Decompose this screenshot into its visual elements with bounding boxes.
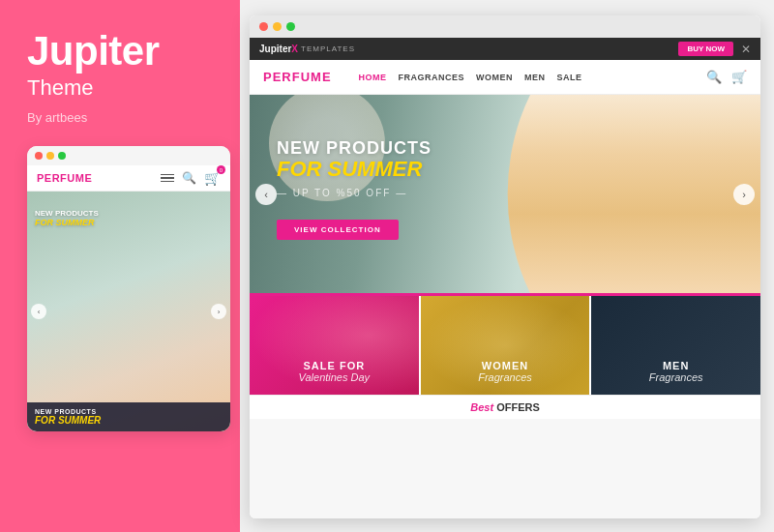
mini-hero-image: NEW PRODUCTS FOR SUMMER ‹ › NEW PRODUCTS… xyxy=(27,192,230,431)
mini-store-logo: PERFUME xyxy=(37,172,92,184)
mini-dot-green xyxy=(58,152,66,160)
mini-preview-card: PERFUME 🔍 🛒 0 NEW PRODUCTS FOR SUMMER ‹ … xyxy=(27,146,230,431)
hero-prev-button[interactable]: ‹ xyxy=(255,184,277,205)
brand-by: By artbees xyxy=(27,110,221,125)
mini-cart-icon: 🛒 0 xyxy=(204,170,221,186)
mini-search-icon: 🔍 xyxy=(182,171,196,185)
close-button[interactable]: ✕ xyxy=(741,43,751,56)
jupiterx-bar: JupiterX TEMPLATES Buy Now ✕ xyxy=(250,38,760,60)
browser-titlebar xyxy=(250,15,760,38)
cat-label-2: WOMEN Fragrances xyxy=(421,348,590,395)
category-row: SALE FOR Valentines Day WOMEN Fragrances xyxy=(250,293,760,395)
brand-title: Jupiter xyxy=(27,29,221,74)
category-sale[interactable]: SALE FOR Valentines Day xyxy=(250,296,421,395)
hero-divider: — UP TO %50 OFF — xyxy=(277,188,432,198)
jupiterx-bar-right: Buy Now ✕ xyxy=(678,42,751,56)
mini-for-summer: FOR SUMMER xyxy=(35,218,99,228)
hero-next-button[interactable]: › xyxy=(733,184,755,205)
hero-section: NEW PRODUCTS FOR SUMMER — UP TO %50 OFF … xyxy=(250,95,760,293)
nav-women[interactable]: WOMEN xyxy=(476,73,513,82)
cart-icon[interactable]: 🛒 xyxy=(731,70,747,84)
hamburger-icon xyxy=(161,174,174,183)
mini-traffic-lights xyxy=(27,146,230,165)
search-icon[interactable]: 🔍 xyxy=(706,70,722,84)
cat-subtitle-men: Fragrances xyxy=(601,371,751,383)
cat-title-sale: SALE FOR xyxy=(259,360,409,371)
store-header-left: PERFUME HOME FRAGRANCES WOMEN MEN SALE xyxy=(263,70,582,84)
mini-hero-text: NEW PRODUCTS FOR SUMMER xyxy=(35,209,99,228)
cat-title-men: MEN xyxy=(601,360,751,371)
mini-dot-red xyxy=(35,152,43,160)
cat-subtitle-women: Fragrances xyxy=(431,371,580,383)
hero-for-summer-text: FOR SUMMER xyxy=(277,159,432,180)
mini-nav-icons: 🔍 🛒 0 xyxy=(161,170,221,186)
nav-men[interactable]: MEN xyxy=(524,73,546,82)
mini-bottom-text: NEW PRODUCTS FOR SUMMER xyxy=(27,402,230,431)
browser-dot-red xyxy=(259,22,268,31)
nav-sale[interactable]: SALE xyxy=(557,73,582,82)
hero-woman-area xyxy=(480,95,760,293)
brand-subtitle: Theme xyxy=(27,75,221,101)
cat-title-women: WOMEN xyxy=(431,360,580,371)
best-offers-section: Best OFFERS xyxy=(250,395,760,419)
mini-prev-button[interactable]: ‹ xyxy=(31,304,46,319)
left-panel: Jupiter Theme By artbees PERFUME 🔍 🛒 0 xyxy=(0,0,240,532)
hero-new-products-text: NEW PRODUCTS xyxy=(277,138,432,159)
offers-label: OFFERS xyxy=(496,401,540,413)
browser-dot-yellow xyxy=(273,22,282,31)
mini-dot-yellow xyxy=(46,152,54,160)
cat-label-1: SALE FOR Valentines Day xyxy=(250,348,419,395)
jupiterx-templates-label: TEMPLATES xyxy=(301,44,355,53)
mini-nav: PERFUME 🔍 🛒 0 xyxy=(27,165,230,192)
store-nav: HOME FRAGRANCES WOMEN MEN SALE xyxy=(359,73,582,82)
store-header: PERFUME HOME FRAGRANCES WOMEN MEN SALE 🔍… xyxy=(250,60,760,95)
mini-bottom-forsummer: FOR SUMMER xyxy=(35,415,223,426)
mini-cart-count: 0 xyxy=(217,165,225,174)
hero-text-block: NEW PRODUCTS FOR SUMMER — UP TO %50 OFF … xyxy=(277,138,432,240)
right-panel: JupiterX TEMPLATES Buy Now ✕ PERFUME HOM… xyxy=(240,0,774,532)
mini-bottom-new: NEW PRODUCTS xyxy=(35,408,223,415)
mini-next-button[interactable]: › xyxy=(211,304,226,319)
cat-label-3: MEN Fragrances xyxy=(591,348,760,395)
store-header-right: 🔍 🛒 xyxy=(706,70,747,84)
category-men[interactable]: MEN Fragrances xyxy=(591,296,760,395)
hero-woman-shape xyxy=(480,95,760,293)
jupiterx-name: JupiterX xyxy=(259,44,298,54)
browser-dot-green xyxy=(286,22,295,31)
store-main: NEW PRODUCTS FOR SUMMER — UP TO %50 OFF … xyxy=(250,95,760,518)
cat-subtitle-sale: Valentines Day xyxy=(259,371,409,383)
nav-fragrances[interactable]: FRAGRANCES xyxy=(399,73,465,82)
view-collection-button[interactable]: VIEW COLLECTION xyxy=(277,220,399,240)
browser-window: JupiterX TEMPLATES Buy Now ✕ PERFUME HOM… xyxy=(250,15,760,518)
nav-home[interactable]: HOME xyxy=(359,73,387,82)
best-label: Best xyxy=(470,401,493,413)
jupiterx-logo: JupiterX TEMPLATES xyxy=(259,44,355,54)
mini-new-products: NEW PRODUCTS xyxy=(35,209,99,218)
browser-content: JupiterX TEMPLATES Buy Now ✕ PERFUME HOM… xyxy=(250,38,760,518)
buy-now-button[interactable]: Buy Now xyxy=(678,42,733,56)
store-logo: PERFUME xyxy=(263,70,332,84)
category-women[interactable]: WOMEN Fragrances xyxy=(421,296,592,395)
